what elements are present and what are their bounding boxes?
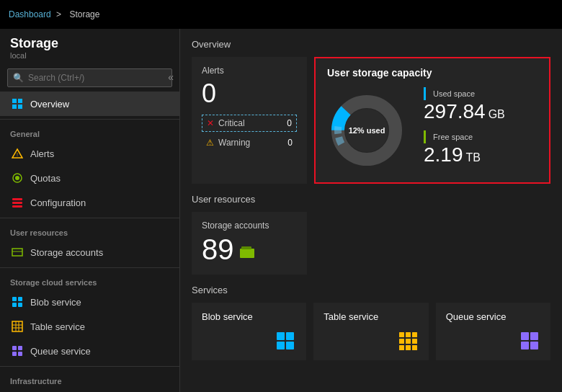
sidebar-header: Storage local bbox=[0, 29, 179, 64]
table-service-icon-area bbox=[324, 331, 418, 352]
used-space-value: 297.84 bbox=[424, 102, 486, 122]
search-input[interactable] bbox=[7, 68, 172, 87]
table-service-card-title: Table service bbox=[324, 311, 418, 322]
svg-rect-9 bbox=[12, 202, 22, 204]
critical-alert-row[interactable]: ✕ Critical 0 bbox=[202, 115, 297, 132]
table-service-card[interactable]: Table service bbox=[313, 303, 428, 360]
divider-2 bbox=[0, 218, 179, 218]
sidebar-item-blob[interactable]: Blob service bbox=[0, 290, 179, 314]
section-user-resources: User resources bbox=[0, 221, 179, 240]
queue-service-icon-area bbox=[446, 331, 540, 352]
sidebar-item-queue-label: Queue service bbox=[30, 346, 91, 357]
capacity-title: User storage capacity bbox=[327, 67, 432, 79]
svg-rect-17 bbox=[12, 321, 22, 331]
capacity-stats: Used space 297.84 GB Free spa bbox=[424, 87, 538, 174]
alerts-card: Alerts 0 ✕ Critical 0 ⚠ Warning 0 bbox=[192, 57, 307, 184]
svg-rect-0 bbox=[12, 99, 17, 103]
sidebar-item-storage-accounts-label: Storage accounts bbox=[30, 247, 103, 258]
donut-label: 12% used bbox=[349, 126, 385, 135]
svg-rect-13 bbox=[12, 297, 17, 301]
svg-rect-25 bbox=[18, 352, 22, 356]
svg-rect-39 bbox=[399, 339, 404, 344]
storage-accounts-card: Storage accounts 89 bbox=[192, 212, 307, 275]
svg-rect-14 bbox=[18, 297, 22, 301]
services-section: Services Blob service bbox=[192, 285, 550, 360]
sidebar-item-overview-label: Overview bbox=[30, 99, 69, 110]
sidebar-item-quotas-label: Quotas bbox=[30, 173, 61, 184]
sidebar-item-storage-accounts[interactable]: Storage accounts bbox=[0, 240, 179, 264]
warning-value: 0 bbox=[287, 138, 293, 148]
search-icon: 🔍 bbox=[13, 73, 24, 83]
svg-rect-35 bbox=[286, 342, 294, 349]
sidebar-item-table-label: Table service bbox=[30, 321, 85, 332]
storage-accounts-icon-small bbox=[240, 233, 256, 266]
storage-accounts-card-label: Storage accounts bbox=[202, 220, 297, 231]
sidebar-item-table[interactable]: Table service bbox=[0, 314, 179, 339]
blob-service-card[interactable]: Blob service bbox=[192, 303, 306, 360]
warning-alert-row[interactable]: ⚠ Warning 0 bbox=[202, 135, 297, 151]
svg-point-7 bbox=[15, 176, 19, 180]
svg-rect-2 bbox=[12, 104, 17, 109]
warning-label: Warning bbox=[218, 138, 287, 148]
used-space-unit: GB bbox=[489, 108, 505, 121]
free-space-unit: TB bbox=[466, 151, 481, 164]
sidebar-item-overview[interactable]: Overview bbox=[0, 92, 179, 116]
sidebar-item-configuration[interactable]: Configuration bbox=[0, 190, 179, 215]
main-content: Overview Alerts 0 ✕ Critical 0 ⚠ Warning… bbox=[180, 29, 562, 392]
blob-service-grid-icon bbox=[276, 331, 296, 352]
donut-chart: 12% used bbox=[327, 91, 406, 170]
svg-rect-34 bbox=[277, 342, 285, 349]
svg-rect-40 bbox=[406, 339, 411, 344]
critical-icon: ✕ bbox=[207, 118, 214, 128]
queue-service-icon bbox=[10, 344, 24, 358]
svg-rect-1 bbox=[18, 99, 22, 103]
svg-rect-44 bbox=[412, 345, 417, 350]
breadcrumb-separator: > bbox=[56, 9, 61, 19]
critical-value: 0 bbox=[287, 118, 292, 128]
svg-rect-11 bbox=[12, 249, 22, 256]
svg-rect-43 bbox=[406, 345, 411, 350]
table-service-icon bbox=[10, 319, 24, 334]
section-infrastructure: Infrastructure bbox=[0, 370, 179, 388]
svg-rect-45 bbox=[521, 332, 529, 340]
svg-rect-47 bbox=[521, 342, 529, 349]
sidebar-item-configuration-label: Configuration bbox=[30, 197, 86, 208]
section-storage-cloud: Storage cloud services bbox=[0, 271, 179, 290]
breadcrumb-dashboard[interactable]: Dashboard bbox=[9, 9, 51, 19]
blob-service-icon-area bbox=[202, 331, 296, 352]
sidebar-item-file-shares[interactable]: File shares bbox=[0, 388, 179, 392]
sidebar-item-alerts[interactable]: ! Alerts bbox=[0, 141, 179, 166]
table-service-grid-icon bbox=[398, 331, 419, 352]
sidebar: Storage local 🔍 « Overview General ! Ale… bbox=[0, 29, 180, 392]
section-general: General bbox=[0, 122, 179, 141]
capacity-card: User storage capacity bbox=[314, 57, 550, 184]
divider-1 bbox=[0, 119, 179, 120]
queue-service-card[interactable]: Queue service bbox=[436, 303, 550, 360]
layout: Storage local 🔍 « Overview General ! Ale… bbox=[0, 29, 562, 392]
collapse-button[interactable]: « bbox=[162, 68, 179, 86]
svg-rect-30 bbox=[240, 249, 254, 258]
free-space-label: Free space bbox=[424, 130, 538, 143]
blob-service-icon bbox=[10, 295, 24, 309]
svg-rect-46 bbox=[530, 332, 538, 340]
sidebar-title: Storage bbox=[10, 36, 169, 51]
sidebar-item-blob-label: Blob service bbox=[30, 297, 81, 308]
divider-4 bbox=[0, 366, 179, 367]
services-row: Blob service Table service bbox=[192, 303, 550, 360]
svg-rect-10 bbox=[12, 205, 22, 208]
svg-rect-24 bbox=[12, 352, 17, 356]
sidebar-item-alerts-label: Alerts bbox=[30, 148, 54, 159]
queue-service-card-title: Queue service bbox=[446, 311, 540, 322]
critical-label: Critical bbox=[218, 118, 287, 128]
storage-accounts-value: 89 bbox=[202, 233, 297, 266]
services-title: Services bbox=[192, 285, 550, 295]
blob-service-card-title: Blob service bbox=[202, 311, 296, 322]
svg-rect-8 bbox=[12, 198, 22, 200]
svg-rect-33 bbox=[286, 332, 294, 340]
free-space-stat: Free space 2.19 TB bbox=[424, 130, 538, 165]
divider-3 bbox=[0, 267, 179, 268]
sidebar-subtitle: local bbox=[10, 51, 169, 60]
overview-section-title: Overview bbox=[192, 39, 550, 50]
sidebar-item-quotas[interactable]: Quotas bbox=[0, 166, 179, 190]
sidebar-item-queue[interactable]: Queue service bbox=[0, 339, 179, 363]
